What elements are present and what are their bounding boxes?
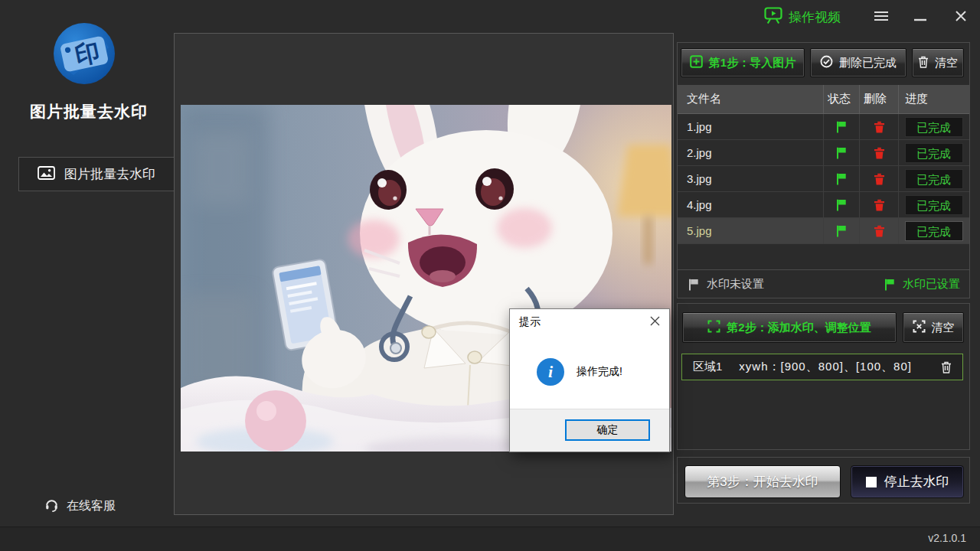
dialog-close-button[interactable]: [646, 314, 663, 331]
video-icon: [764, 7, 782, 28]
version-label: v2.1.0.1: [928, 532, 966, 544]
header-filename: 文件名: [678, 85, 824, 113]
progress-cell: 已完成: [899, 114, 969, 139]
watermark-region-section: 第2步：添加水印、调整位置 清空 区域1 xywh：[900、800]、[100…: [677, 303, 970, 450]
clear-list-label: 清空: [935, 56, 958, 70]
delete-cell[interactable]: [860, 218, 899, 243]
region-label: 区域1: [693, 360, 722, 374]
check-circle-icon: [820, 55, 833, 70]
online-support-button[interactable]: 在线客服: [44, 497, 116, 515]
dialog-body: i 操作完成!: [510, 332, 669, 411]
file-name-cell: 3.jpg: [678, 166, 824, 191]
delete-cell[interactable]: [860, 140, 899, 165]
clear-regions-label: 清空: [932, 321, 955, 335]
region-coords: xywh：[900、800]、[100、80]: [739, 360, 912, 374]
progress-cell: 已完成: [899, 218, 969, 243]
sidebar-item-batch-watermark-removal[interactable]: 图片批量去水印: [18, 157, 177, 191]
stop-label: 停止去水印: [884, 473, 949, 491]
table-row[interactable]: 2.jpg已完成: [678, 140, 969, 166]
flag-icon: [836, 199, 847, 211]
step3-label: 第3步：开始去水印: [707, 473, 818, 491]
progress-badge: 已完成: [905, 117, 963, 137]
online-support-label: 在线客服: [67, 498, 116, 514]
delete-icon[interactable]: [874, 147, 885, 159]
headset-icon: [44, 497, 59, 515]
info-icon: i: [537, 358, 564, 386]
progress-badge: 已完成: [905, 143, 963, 163]
image-icon: [38, 166, 55, 183]
delete-cell[interactable]: [860, 114, 899, 139]
table-row[interactable]: 1.jpg已完成: [678, 114, 969, 140]
region-delete-icon[interactable]: [941, 361, 952, 373]
status-bar: [0, 527, 980, 551]
flag-icon: [836, 173, 847, 185]
dialog-footer: 确定: [510, 409, 669, 452]
step3-start-button[interactable]: 第3步：开始去水印: [684, 465, 841, 498]
progress-cell: 已完成: [899, 192, 969, 217]
table-row[interactable]: 4.jpg已完成: [678, 192, 969, 218]
flag-gray-icon: [688, 279, 699, 291]
legend-set-label: 水印已设置: [903, 277, 960, 292]
status-cell: [824, 140, 860, 165]
legend-unset-label: 水印未设置: [707, 277, 764, 292]
menu-button[interactable]: [868, 8, 894, 28]
minimize-button[interactable]: [907, 8, 933, 28]
file-name-cell: 4.jpg: [678, 192, 824, 217]
app-title: 图片批量去水印: [0, 101, 178, 122]
sidebar-item-label: 图片批量去水印: [64, 165, 155, 183]
status-cell: [824, 166, 860, 191]
video-tutorial-button[interactable]: 操作视频: [764, 7, 841, 28]
header-progress: 进度: [899, 85, 969, 113]
flag-icon: [836, 225, 847, 237]
close-icon: [650, 315, 660, 329]
table-row[interactable]: 5.jpg已完成: [678, 218, 969, 244]
progress-badge: 已完成: [905, 169, 963, 189]
status-cell: [824, 192, 860, 217]
status-cell: [824, 218, 860, 243]
add-image-icon: [690, 55, 703, 70]
dialog-message: 操作完成!: [577, 365, 622, 379]
region-row[interactable]: 区域1 xywh：[900、800]、[100、80]: [681, 354, 963, 380]
watermark-legend: 水印未设置 水印已设置: [678, 269, 969, 298]
progress-cell: 已完成: [899, 140, 969, 165]
step1-import-button[interactable]: 第1步：导入图片: [681, 48, 805, 77]
step2-add-watermark-button[interactable]: 第2步：添加水印、调整位置: [682, 312, 897, 343]
run-section: 第3步：开始去水印 停止去水印: [677, 457, 970, 504]
header-delete: 删除: [860, 85, 899, 113]
progress-badge: 已完成: [905, 221, 963, 241]
flag-green-icon: [884, 279, 895, 291]
delete-icon[interactable]: [874, 225, 885, 237]
stop-icon: [866, 477, 877, 487]
step1-label: 第1步：导入图片: [709, 56, 795, 70]
hamburger-icon: [874, 11, 889, 24]
progress-badge: 已完成: [905, 195, 963, 215]
delete-completed-button[interactable]: 删除已完成: [810, 48, 906, 77]
message-dialog: 提示 i 操作完成! 确定: [509, 308, 670, 452]
delete-icon[interactable]: [874, 173, 885, 185]
minimize-icon: [914, 11, 926, 24]
delete-cell[interactable]: [860, 166, 899, 191]
table-body: 1.jpg已完成2.jpg已完成3.jpg已完成4.jpg已完成5.jpg已完成: [678, 114, 969, 244]
close-icon: [956, 11, 966, 24]
stop-button[interactable]: 停止去水印: [851, 465, 964, 498]
delete-cell[interactable]: [860, 192, 899, 217]
file-table: 文件名 状态 删除 进度 1.jpg已完成2.jpg已完成3.jpg已完成4.j…: [678, 85, 969, 244]
file-list-section: 第1步：导入图片 删除已完成 清空 文件名 状态 删除: [677, 42, 970, 298]
dialog-title: 提示: [519, 315, 541, 329]
dialog-ok-button[interactable]: 确定: [565, 419, 650, 441]
video-tutorial-label: 操作视频: [789, 8, 841, 26]
flag-icon: [836, 121, 847, 133]
clear-regions-button[interactable]: 清空: [903, 312, 964, 343]
table-row[interactable]: 3.jpg已完成: [678, 166, 969, 192]
app-logo: 印: [51, 20, 118, 90]
close-button[interactable]: [948, 8, 974, 28]
delete-icon[interactable]: [874, 121, 885, 133]
clear-list-button[interactable]: 清空: [912, 48, 964, 77]
status-cell: [824, 114, 860, 139]
file-name-cell: 1.jpg: [678, 114, 824, 139]
delete-icon[interactable]: [874, 199, 885, 211]
file-name-cell: 5.jpg: [678, 218, 824, 243]
selection-icon: [707, 320, 720, 335]
header-status: 状态: [824, 85, 860, 113]
trash-icon: [918, 56, 929, 70]
